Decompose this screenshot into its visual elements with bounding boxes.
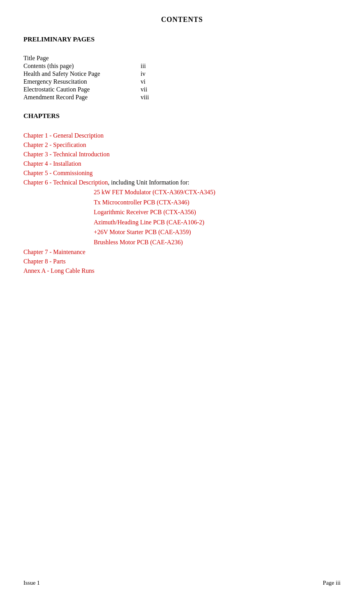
table-row: Contents (this page) iii	[23, 62, 149, 70]
chapter-5-link[interactable]: Chapter 5 - Commissioning	[23, 168, 341, 178]
chapters-heading: CHAPTERS	[23, 112, 341, 120]
table-row: Electrostatic Caution Page vii	[23, 86, 149, 93]
preliminary-section: PRELIMINARY PAGES Title Page Contents (t…	[23, 36, 341, 101]
chapter-6-row: Chapter 6 - Technical Description, inclu…	[23, 178, 341, 187]
list-item: +26V Motor Starter PCB (CAE-A359)	[94, 227, 341, 237]
table-row: Health and Safety Notice Page iv	[23, 70, 149, 78]
list-item: Brushless Motor PCB (CAE-A236)	[94, 237, 341, 247]
chapter-1-link[interactable]: Chapter 1 - General Description	[23, 131, 341, 140]
chapter-3-link[interactable]: Chapter 3 - Technical Introduction	[23, 150, 341, 159]
chapter-4-link[interactable]: Chapter 4 - Installation	[23, 159, 341, 168]
prelim-item-label: Title Page	[23, 54, 133, 62]
prelim-item-label: Amendment Record Page	[23, 93, 133, 101]
prelim-item-page: vii	[133, 86, 149, 93]
prelim-item-page: viii	[133, 93, 149, 101]
page: CONTENTS PRELIMINARY PAGES Title Page Co…	[0, 0, 364, 598]
page-footer: Issue 1 Page iii	[23, 580, 341, 586]
table-row: Amendment Record Page viii	[23, 93, 149, 101]
prelim-item-label: Electrostatic Caution Page	[23, 86, 133, 93]
footer-issue: Issue 1	[23, 580, 40, 586]
chapter-2-link[interactable]: Chapter 2 - Specification	[23, 140, 341, 150]
prelim-item-label: Emergency Resuscitation	[23, 78, 133, 86]
list-item: Logarithmic Receiver PCB (CTX-A356)	[94, 207, 341, 217]
chapters-section: CHAPTERS Chapter 1 - General Description…	[23, 112, 341, 276]
list-item: Tx Microcontroller PCB (CTX-A346)	[94, 197, 341, 208]
prelim-item-label: Contents (this page)	[23, 62, 133, 70]
footer-page: Page iii	[323, 580, 341, 586]
chapter-7-link[interactable]: Chapter 7 - Maintenance	[23, 247, 341, 257]
chapter-6-sublist: 25 kW FET Modulator (CTX-A369/CTX-A345) …	[94, 187, 341, 247]
preliminary-table: Title Page Contents (this page) iii Heal…	[23, 54, 149, 101]
page-title: CONTENTS	[23, 16, 341, 24]
chapter-6-link[interactable]: Chapter 6 - Technical Description	[23, 178, 108, 187]
preliminary-heading: PRELIMINARY PAGES	[23, 36, 341, 43]
prelim-item-page	[133, 54, 149, 62]
chapter-8-link[interactable]: Chapter 8 - Parts	[23, 257, 341, 266]
annex-a-link[interactable]: Annex A - Long Cable Runs	[23, 266, 341, 276]
prelim-item-page: vi	[133, 78, 149, 86]
list-item: 25 kW FET Modulator (CTX-A369/CTX-A345)	[94, 187, 341, 197]
table-row: Title Page	[23, 54, 149, 62]
prelim-item-label: Health and Safety Notice Page	[23, 70, 133, 78]
list-item: Azimuth/Heading Line PCB (CAE-A106-2)	[94, 217, 341, 227]
chapter-6-suffix: , including Unit Information for:	[108, 178, 189, 187]
prelim-item-page: iv	[133, 70, 149, 78]
prelim-item-page: iii	[133, 62, 149, 70]
table-row: Emergency Resuscitation vi	[23, 78, 149, 86]
